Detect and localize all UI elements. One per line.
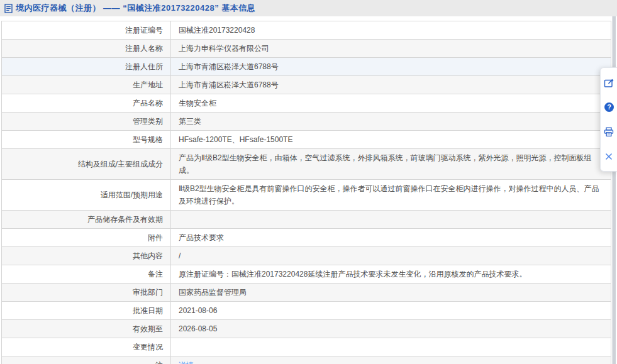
field-label: 批准日期 — [2, 302, 171, 320]
table-row: 有效期至 2026-08-05 — [2, 320, 611, 338]
note-bulb-icon: ● — [150, 359, 155, 364]
close-icon — [604, 152, 613, 161]
field-value: 上海市青浦区崧泽大道6788号 — [171, 58, 611, 76]
field-value: 2026-08-05 — [171, 320, 611, 338]
table-row: 管理类别 第三类 — [2, 113, 611, 131]
field-value: 第三类 — [171, 113, 611, 131]
help-question-icon: ? — [604, 102, 614, 113]
field-value: 国械注准20173220428 — [171, 21, 611, 40]
table-row: 批准日期 2021-08-06 — [2, 302, 611, 320]
field-value: 原注册证编号：国械注准20173220428延续注册产品技术要求未发生变化，沿用… — [171, 265, 611, 284]
field-value: HFsafe-1200TE、HFsafe-1500TE — [171, 131, 611, 149]
table-row: 备注 原注册证编号：国械注准20173220428延续注册产品技术要求未发生变化… — [2, 265, 611, 284]
field-label: 产品储存条件及有效期 — [2, 211, 171, 229]
field-value: 上海力申科学仪器有限公司 — [171, 40, 611, 58]
close-button[interactable] — [601, 144, 617, 168]
table-row-hovered: 注册人住所 上海市青浦区崧泽大道6788号 — [2, 58, 611, 76]
field-label: 有效期至 — [2, 320, 171, 338]
field-label: 注册证编号 — [2, 21, 171, 40]
page-header: 境内医疗器械（注册） —— “国械注准20173220428” 基本信息 — [0, 0, 617, 16]
field-label: 管理类别 — [2, 113, 171, 131]
table-row: 型号规格 HFsafe-1200TE、HFsafe-1500TE — [2, 131, 611, 149]
field-label: 备注 — [2, 265, 171, 284]
field-label: 产品名称 — [2, 94, 171, 113]
field-label: 审批部门 — [2, 284, 171, 302]
field-value: 产品技术要求 — [171, 229, 611, 247]
field-value: 上海市青浦区崧泽大道6788号 — [171, 76, 611, 94]
table-row: 产品储存条件及有效期 — [2, 211, 611, 229]
side-toolbar: ? — [600, 67, 617, 172]
svg-text:?: ? — [607, 103, 611, 111]
field-label: 型号规格 — [2, 131, 171, 149]
field-label: 注册人住所 — [2, 58, 171, 76]
edit-icon — [604, 78, 614, 88]
table-row: 生产地址 上海市青浦区崧泽大道6788号 — [2, 76, 611, 94]
field-label: 附件 — [2, 229, 171, 247]
registration-detail-page: 境内医疗器械（注册） —— “国械注准20173220428” 基本信息 注册证… — [0, 0, 617, 364]
field-label: 其他内容 — [2, 247, 171, 265]
field-value: / — [171, 247, 611, 265]
table-row: 适用范围/预期用途 Ⅱ级B2型生物安全柜是具有前窗操作口的安全柜，操作者可以通过… — [2, 180, 611, 211]
table-row: 产品名称 生物安全柜 — [2, 94, 611, 113]
table-row: 附件 产品技术要求 — [2, 229, 611, 247]
print-button[interactable] — [601, 119, 617, 144]
table-row-note: ●注 详情 — [2, 356, 611, 364]
printer-icon — [604, 127, 614, 137]
field-label: 结构及组成/主要组成成分 — [2, 149, 171, 180]
field-label: 生产地址 — [2, 76, 171, 94]
note-label: 注 — [155, 361, 163, 364]
field-value: 产品为Ⅱ级B2型生物安全柜，由箱体，空气过滤系统，外排风箱系统，前玻璃门驱动系统… — [171, 149, 611, 180]
field-label: 适用范围/预期用途 — [2, 180, 171, 211]
field-value: Ⅱ级B2型生物安全柜是具有前窗操作口的安全柜，操作者可以通过前窗操作口在安全柜内… — [171, 180, 611, 211]
table-row: 结构及组成/主要组成成分 产品为Ⅱ级B2型生物安全柜，由箱体，空气过滤系统，外排… — [2, 149, 611, 180]
field-value — [171, 338, 611, 356]
table-row: 注册证编号 国械注准20173220428 — [2, 21, 611, 40]
page-title: 境内医疗器械（注册） —— “国械注准20173220428” 基本信息 — [16, 3, 255, 14]
field-label: ●注 — [2, 356, 171, 364]
document-icon — [4, 4, 13, 13]
table-row: 审批部门 国家药品监督管理局 — [2, 284, 611, 302]
field-value: 2021-08-06 — [171, 302, 611, 320]
help-button[interactable]: ? — [601, 95, 617, 119]
field-label: 注册人名称 — [2, 40, 171, 58]
edit-feedback-button[interactable] — [601, 70, 617, 95]
field-value: 详情 — [171, 356, 611, 364]
registration-info-table: 注册证编号 国械注准20173220428 注册人名称 上海力申科学仪器有限公司… — [1, 21, 611, 364]
table-row: 注册人名称 上海力申科学仪器有限公司 — [2, 40, 611, 58]
table-row: 变更情况 — [2, 338, 611, 356]
field-value — [171, 211, 611, 229]
field-label: 变更情况 — [2, 338, 171, 356]
field-value: 生物安全柜 — [171, 94, 611, 113]
details-link[interactable]: 详情 — [179, 361, 194, 364]
table-row: 其他内容 / — [2, 247, 611, 265]
field-value: 国家药品监督管理局 — [171, 284, 611, 302]
